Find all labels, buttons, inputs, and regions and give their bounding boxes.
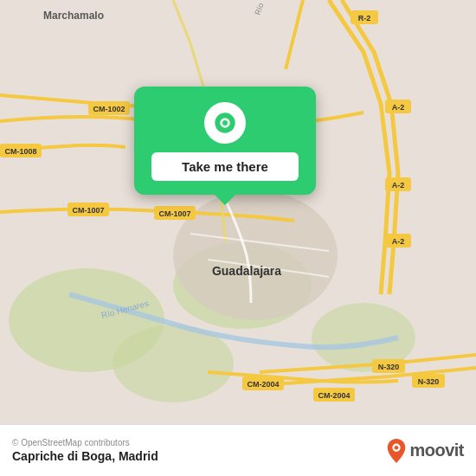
popup-card: Take me there: [134, 87, 316, 195]
bottom-left: © OpenStreetMap contributors Capriche di…: [12, 438, 158, 463]
moovit-pin-icon: [387, 439, 406, 463]
moovit-logo: moovit: [387, 439, 464, 463]
svg-point-40: [395, 445, 399, 449]
svg-text:N-320: N-320: [378, 363, 400, 371]
svg-text:CM-1007: CM-1007: [72, 206, 104, 215]
moovit-logo-text: moovit: [409, 441, 464, 460]
svg-text:CM-1007: CM-1007: [158, 209, 190, 218]
svg-text:CM-1002: CM-1002: [93, 105, 125, 113]
svg-point-38: [222, 120, 228, 125]
svg-text:Marchamalo: Marchamalo: [43, 10, 104, 22]
svg-text:CM-1008: CM-1008: [4, 147, 36, 156]
map-svg: R-2 A-2 A-2 A-2 CM-10 CM-1002 CM-1007 CM…: [0, 0, 476, 424]
svg-text:A-2: A-2: [392, 181, 405, 190]
svg-text:CM-2004: CM-2004: [247, 380, 279, 389]
location-name: Capriche di Boga, Madrid: [12, 449, 158, 463]
svg-point-5: [173, 190, 338, 320]
bottom-bar: © OpenStreetMap contributors Capriche di…: [0, 424, 476, 476]
location-pin-icon: [204, 102, 246, 144]
svg-text:Guadalajara: Guadalajara: [212, 264, 281, 278]
map-container: R-2 A-2 A-2 A-2 CM-10 CM-1002 CM-1007 CM…: [0, 0, 476, 424]
svg-text:A-2: A-2: [392, 103, 405, 112]
take-me-there-button[interactable]: Take me there: [151, 152, 299, 181]
svg-text:N-320: N-320: [418, 377, 440, 386]
svg-text:CM-2004: CM-2004: [318, 391, 350, 400]
svg-text:A-2: A-2: [392, 237, 405, 246]
svg-text:R-2: R-2: [358, 14, 371, 23]
osm-attribution: © OpenStreetMap contributors: [12, 438, 158, 447]
